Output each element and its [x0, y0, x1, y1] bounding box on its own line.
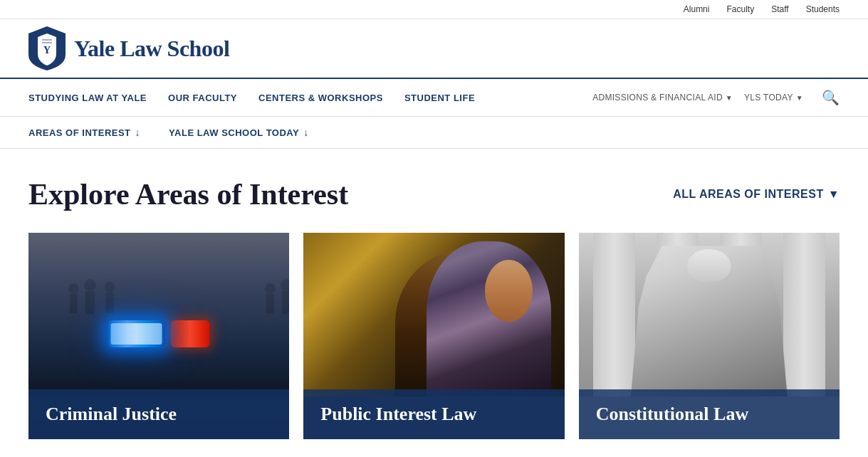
card-image-public-interest — [303, 233, 564, 396]
secondary-nav-areas[interactable]: AREAS OF INTEREST ↓ — [28, 127, 140, 138]
nav-our-faculty[interactable]: OUR FACULTY — [168, 80, 237, 116]
utility-students[interactable]: Students — [806, 4, 840, 14]
yls-today-caret-icon: ▼ — [796, 94, 803, 102]
card-constitutional-law[interactable]: Constitutional Law — [579, 233, 840, 439]
yls-today-arrow-icon: ↓ — [303, 127, 309, 138]
nav-yls-today-btn[interactable]: YLS TODAY ▼ — [744, 80, 803, 115]
card-image-constitutional — [579, 233, 840, 396]
card-title-public-interest: Public Interest Law — [320, 404, 547, 425]
logo-link[interactable]: Y Yale Law School — [28, 26, 229, 70]
card-overlay-constitutional: Constitutional Law — [579, 389, 840, 439]
utility-staff[interactable]: Staff — [771, 4, 788, 14]
areas-arrow-icon: ↓ — [135, 127, 141, 138]
search-button[interactable]: 🔍 — [815, 79, 840, 116]
nav-admissions-btn[interactable]: ADMISSIONS & FINANCIAL AID ▼ — [592, 80, 733, 115]
card-overlay-public-interest: Public Interest Law — [303, 389, 564, 439]
card-public-interest-law[interactable]: Public Interest Law — [303, 233, 564, 439]
svg-text:Y: Y — [43, 45, 51, 56]
site-header: Y Yale Law School — [0, 19, 868, 79]
explore-title: Explore Areas of Interest — [28, 177, 348, 211]
secondary-nav: AREAS OF INTEREST ↓ YALE LAW SCHOOL TODA… — [0, 117, 868, 149]
card-image-criminal-justice — [28, 233, 289, 396]
main-nav-left: STUDYING LAW AT YALE OUR FACULTY CENTERS… — [28, 80, 592, 116]
explore-header: Explore Areas of Interest ALL AREAS OF I… — [28, 177, 840, 211]
card-title-criminal-justice: Criminal Justice — [46, 404, 272, 425]
utility-faculty[interactable]: Faculty — [726, 4, 754, 14]
admissions-caret-icon: ▼ — [726, 94, 733, 102]
utility-bar: Alumni Faculty Staff Students — [0, 0, 868, 19]
main-nav: STUDYING LAW AT YALE OUR FACULTY CENTERS… — [0, 79, 868, 117]
svg-rect-1 — [42, 39, 52, 41]
logo-text: Yale Law School — [74, 36, 229, 62]
all-areas-button[interactable]: ALL AREAS OF INTEREST ▼ — [673, 188, 840, 201]
utility-alumni[interactable]: Alumni — [684, 4, 710, 14]
nav-centers-workshops[interactable]: CENTERS & WORKSHOPS — [258, 80, 383, 116]
nav-student-life[interactable]: STUDENT LIFE — [404, 80, 475, 116]
search-icon: 🔍 — [822, 89, 840, 106]
main-nav-right: ADMISSIONS & FINANCIAL AID ▼ YLS TODAY ▼… — [592, 79, 840, 116]
nav-studying-law[interactable]: STUDYING LAW AT YALE — [28, 80, 147, 116]
cards-grid: Criminal Justice Public Interest Law — [28, 233, 840, 439]
card-overlay-criminal-justice: Criminal Justice — [28, 389, 289, 439]
logo-shield-icon: Y — [28, 26, 66, 70]
all-areas-caret-icon: ▼ — [828, 188, 840, 201]
svg-rect-2 — [42, 42, 52, 43]
main-content: Explore Areas of Interest ALL AREAS OF I… — [0, 149, 868, 439]
secondary-nav-yls-today[interactable]: YALE LAW SCHOOL TODAY ↓ — [169, 127, 309, 138]
card-criminal-justice[interactable]: Criminal Justice — [28, 233, 289, 439]
card-title-constitutional: Constitutional Law — [596, 404, 822, 425]
